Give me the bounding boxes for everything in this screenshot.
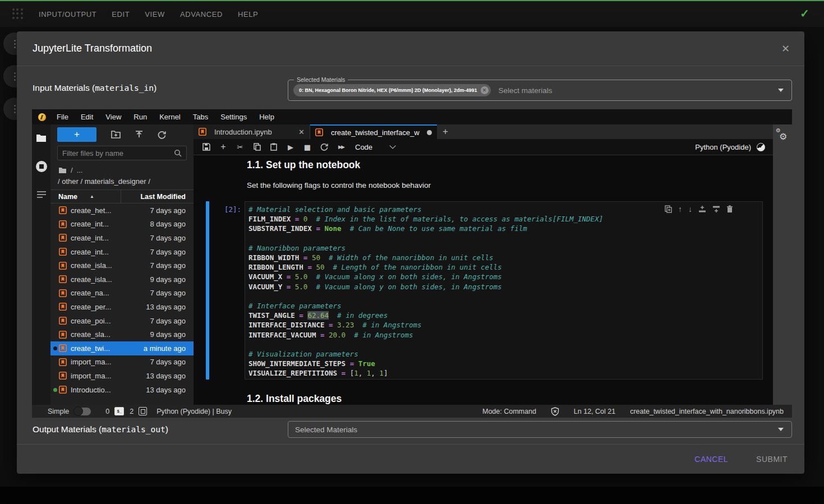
app-menu-input-output[interactable]: INPUT/OUTPUT	[39, 10, 96, 19]
file-row[interactable]: create_twi...a minute ago	[50, 341, 194, 355]
jupyter-menu-run[interactable]: Run	[127, 113, 153, 121]
code-editor[interactable]: # Material selection and basic parameter…	[248, 205, 759, 378]
restart-run-all-icon[interactable]: ▶▶	[333, 144, 349, 150]
kebab-icon	[14, 40, 16, 48]
output-materials-label-prefix: Output Materials (	[33, 424, 102, 434]
jupyter-menu-settings[interactable]: Settings	[214, 113, 253, 121]
kernel-busy-indicator[interactable]	[757, 143, 765, 151]
insert-cell-icon[interactable]: +	[215, 142, 232, 152]
file-row[interactable]: create_sla...9 days ago	[50, 327, 194, 341]
column-last-modified[interactable]: Last Modified	[121, 190, 194, 203]
jupyter-menu-tabs[interactable]: Tabs	[187, 113, 214, 121]
material-chip[interactable]: 0: BN, Hexagonal Boron Nitride, HEX (P6/…	[293, 84, 491, 96]
new-launcher-button[interactable]: +	[57, 127, 96, 142]
mode-indicator[interactable]: Mode: Command	[482, 408, 536, 415]
chevron-down-icon[interactable]	[390, 142, 396, 149]
jupyterlite-logo-icon	[38, 113, 46, 121]
kebab-icon	[14, 105, 16, 113]
file-row[interactable]: create_het...7 days ago	[50, 204, 194, 218]
file-row[interactable]: create_poi...7 days ago	[50, 314, 194, 328]
tab-close-icon[interactable]: ✕	[298, 128, 305, 136]
file-row[interactable]: create_int...7 days ago	[50, 231, 194, 245]
submit-button[interactable]: SUBMIT	[756, 455, 788, 464]
jupyter-menu-file[interactable]: File	[50, 113, 75, 121]
jupyter-menu-help[interactable]: Help	[253, 113, 280, 121]
run-cell-icon[interactable]: ▶	[282, 143, 299, 151]
app-menu-advanced[interactable]: ADVANCED	[180, 10, 223, 19]
file-row[interactable]: create_isla...9 days ago	[50, 272, 194, 286]
app-logo-icon[interactable]	[12, 8, 24, 20]
column-name[interactable]: Name ▲	[50, 193, 121, 201]
kernel-name-button[interactable]: Python (Pyodide)	[695, 143, 751, 151]
unsaved-changes-dot[interactable]	[427, 130, 432, 135]
kernel-status-text[interactable]: Python (Pyodide) | Busy	[156, 408, 232, 415]
file-browser-icon[interactable]	[36, 133, 47, 142]
save-icon[interactable]	[198, 143, 215, 151]
breadcrumb-ellipsis[interactable]: ...	[77, 166, 83, 174]
insert-cell-below-icon[interactable]	[712, 205, 720, 213]
breadcrumb-path[interactable]: / other / materials_designer /	[50, 175, 194, 189]
file-list: create_het...7 days agocreate_int...8 da…	[50, 204, 194, 405]
upload-icon[interactable]	[135, 131, 143, 139]
delete-cell-icon[interactable]	[726, 205, 733, 213]
trust-shield-icon[interactable]	[551, 407, 559, 416]
code-cell[interactable]: # Material selection and basic parameter…	[245, 201, 763, 380]
copy-cells-icon[interactable]	[248, 143, 265, 151]
file-row[interactable]: create_per...13 days ago	[50, 300, 194, 314]
file-row[interactable]: Introductio...13 days ago	[50, 383, 194, 397]
file-name: create_poi...	[71, 317, 111, 325]
cursor-position[interactable]: Ln 12, Col 21	[574, 408, 615, 415]
paste-cells-icon[interactable]	[265, 143, 282, 151]
insert-cell-above-icon[interactable]	[698, 205, 706, 213]
current-file-name[interactable]: create_twisted_interface_with_nanoribbon…	[630, 408, 784, 415]
code-line: # Interface parameters	[248, 301, 759, 311]
dialog-right-strip: ⚙ ⚙	[773, 124, 792, 405]
stop-kernel-icon[interactable]: ■	[299, 143, 316, 151]
app-menu-edit[interactable]: EDIT	[112, 10, 130, 19]
chip-delete-icon[interactable]: ✕	[481, 86, 489, 94]
notebook-content[interactable]: 1.1. Set up the notebook Set the followi…	[194, 155, 773, 405]
kernel-chip-icon[interactable]	[139, 407, 147, 415]
gear-icon[interactable]: ⚙	[779, 132, 787, 141]
cut-cells-icon[interactable]: ✂	[232, 143, 248, 151]
simple-mode-toggle[interactable]	[74, 408, 91, 415]
filter-files-input[interactable]	[62, 149, 174, 158]
notebook-file-icon	[59, 262, 67, 270]
file-row[interactable]: import_ma...7 days ago	[50, 355, 194, 369]
file-row[interactable]: create_int...8 days ago	[50, 218, 194, 232]
file-row[interactable]: import_ma...13 days ago	[50, 369, 194, 383]
refresh-icon[interactable]	[158, 131, 166, 139]
file-row[interactable]: create_isla...7 days ago	[50, 258, 194, 272]
breadcrumb-root[interactable]: /	[71, 166, 73, 174]
terminal-icon[interactable]: $_	[114, 407, 124, 415]
table-of-contents-icon[interactable]	[36, 191, 47, 198]
jupyter-menu-view[interactable]: View	[99, 113, 127, 121]
file-modified: 13 days ago	[146, 372, 194, 380]
output-materials-dropdown[interactable]: Selected Materials	[288, 421, 792, 438]
duplicate-cell-icon[interactable]	[665, 205, 672, 213]
input-materials-label: Input Materials (materials_in)	[33, 83, 156, 93]
running-kernels-icon[interactable]	[35, 160, 48, 173]
cell-type-dropdown[interactable]: Code	[355, 143, 372, 151]
notebook-file-icon	[59, 220, 67, 228]
new-tab-button[interactable]: +	[437, 124, 454, 139]
jupyter-menu-edit[interactable]: Edit	[75, 113, 99, 121]
cancel-button[interactable]: CANCEL	[694, 455, 728, 464]
move-cell-up-icon[interactable]: ↑	[678, 205, 682, 214]
notebook-file-icon	[59, 275, 67, 283]
app-menu-view[interactable]: VIEW	[145, 10, 165, 19]
jupyter-menu-kernel[interactable]: Kernel	[153, 113, 187, 121]
new-folder-icon[interactable]	[111, 131, 121, 138]
file-row[interactable]: create_na...7 days ago	[50, 286, 194, 300]
move-cell-down-icon[interactable]: ↓	[688, 205, 692, 214]
restart-kernel-icon[interactable]	[316, 143, 333, 151]
file-row[interactable]: create_int...7 days ago	[50, 245, 194, 259]
dropdown-caret-icon[interactable]	[778, 89, 784, 92]
selected-materials-field[interactable]: Selected Materials 0: BN, Hexagonal Boro…	[288, 80, 792, 101]
tab-create-twisted-interface[interactable]: create_twisted_interface_w	[310, 124, 437, 139]
jupyterlite-transformation-dialog: JupyterLite Transformation ✕ Input Mater…	[17, 31, 804, 474]
home-folder-icon[interactable]	[58, 167, 67, 174]
close-icon[interactable]: ✕	[781, 43, 790, 55]
tab-introduction[interactable]: Introduction.ipynb ✕	[194, 124, 310, 139]
app-menu-help[interactable]: HELP	[238, 10, 258, 19]
